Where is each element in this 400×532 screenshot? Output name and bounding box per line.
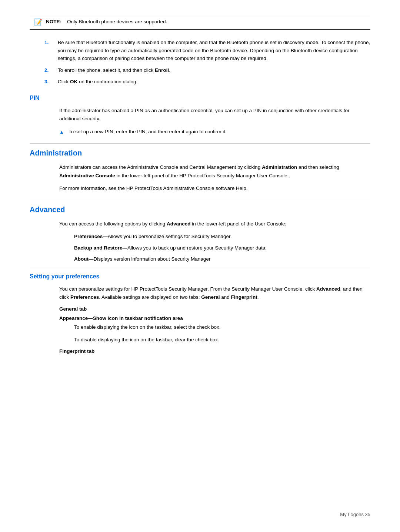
step-2-before: To enroll the phone, select it, and then… — [58, 67, 155, 73]
administration-section: Administration Administrators can access… — [30, 143, 370, 193]
step-3-before: Click — [58, 79, 70, 84]
sp-para1-bold3: General — [201, 294, 220, 300]
admin-para1-after: in the lower-left panel of the HP Protec… — [115, 173, 289, 178]
sp-para1-end: . — [257, 294, 259, 300]
step-3: 3. Click OK on the confirmation dialog. — [44, 78, 370, 86]
appearance-heading: Appearance—Show icon in taskbar notifica… — [30, 315, 370, 321]
sp-para1-and: and — [220, 294, 231, 300]
advanced-bullet-1-bold: Backup and Restore— — [74, 245, 127, 251]
advanced-bullet-0-bold: Preferences— — [74, 234, 108, 239]
setting-preferences-para1: You can personalize settings for HP Prot… — [30, 285, 370, 302]
note-content: NOTE: Only Bluetooth phone devices are s… — [46, 18, 167, 26]
administration-para1: Administrators can access the Administra… — [30, 163, 370, 180]
step-1: 1. Be sure that Bluetooth functionality … — [44, 39, 370, 63]
appearance-para2: To disable displaying the icon on the ta… — [30, 336, 370, 344]
advanced-bullet-2: About—Displays version information about… — [74, 255, 370, 263]
admin-para1-bold2: Administrative Console — [59, 173, 115, 178]
step-1-text: Be sure that Bluetooth functionality is … — [58, 39, 370, 63]
sp-para1-mid2: . Available settings are displayed on tw… — [99, 294, 201, 300]
step-2-after: . — [169, 67, 170, 73]
pin-heading: PIN — [30, 95, 370, 101]
administration-heading: Administration — [30, 143, 370, 157]
step-1-number: 1. — [44, 39, 52, 47]
pin-bullet-text: To set up a new PIN, enter the PIN, and … — [69, 128, 227, 136]
sp-para1-before: You can personalize settings for HP Prot… — [59, 286, 316, 292]
note-text: Only Bluetooth phone devices are support… — [67, 19, 167, 24]
advanced-intro-after: in the lower-left panel of the User Cons… — [190, 221, 286, 227]
admin-para1-mid: and then selecting — [297, 164, 339, 170]
advanced-bullets: Preferences—Allows you to personalize se… — [30, 232, 370, 263]
step-2-bold: Enroll — [155, 67, 169, 73]
pin-section: PIN If the administrator has enabled a P… — [30, 95, 370, 136]
step-3-bold: OK — [70, 79, 77, 84]
advanced-intro-before: You can access the following options by … — [59, 221, 167, 227]
administration-para2: For more information, see the HP Protect… — [30, 184, 370, 193]
footer: My Logons 35 — [340, 512, 370, 517]
sp-para1-bold2: Preferences — [70, 294, 99, 300]
step-2-number: 2. — [44, 66, 52, 74]
note-label: NOTE: — [46, 19, 61, 24]
step-3-content: Click OK on the confirmation dialog. — [58, 78, 137, 86]
step-3-number: 3. — [44, 78, 52, 86]
appearance-para1: To enable displaying the icon on the tas… — [30, 323, 370, 331]
admin-para1-before: Administrators can access the Administra… — [59, 164, 262, 170]
note-box: 📝 NOTE: Only Bluetooth phone devices are… — [30, 15, 370, 30]
sp-para1-bold1: Advanced — [316, 286, 340, 292]
advanced-bullet-2-text: Displays version information about Secur… — [93, 256, 210, 262]
sp-para1-bold4: Fingerprint — [231, 294, 257, 300]
advanced-intro: You can access the following options by … — [30, 220, 370, 228]
numbered-steps: 1. Be sure that Bluetooth functionality … — [30, 39, 370, 86]
setting-preferences-section: Setting your preferences You can persona… — [30, 268, 370, 354]
footer-text: My Logons 35 — [340, 512, 370, 517]
advanced-bullet-1-text: Allows you to back up and restore your S… — [127, 245, 267, 251]
advanced-bullet-1: Backup and Restore—Allows you to back up… — [74, 244, 370, 252]
advanced-section: Advanced You can access the following op… — [30, 200, 370, 263]
advanced-intro-bold: Advanced — [167, 221, 191, 227]
fingerprint-tab-heading: Fingerprint tab — [30, 348, 370, 354]
triangle-icon: ▲ — [59, 128, 64, 136]
general-tab-heading: General tab — [30, 306, 370, 312]
pin-paragraph: If the administrator has enabled a PIN a… — [30, 107, 370, 123]
advanced-bullet-0-text: Allows you to personalize settings for S… — [108, 234, 232, 239]
step-3-after: on the confirmation dialog. — [77, 79, 137, 84]
note-icon: 📝 — [34, 18, 42, 26]
pin-bullet: ▲ To set up a new PIN, enter the PIN, an… — [30, 128, 370, 136]
step-2-content: To enroll the phone, select it, and then… — [58, 66, 170, 74]
advanced-heading: Advanced — [30, 200, 370, 214]
advanced-bullet-2-bold: About— — [74, 256, 93, 262]
advanced-bullet-0: Preferences—Allows you to personalize se… — [74, 232, 370, 241]
admin-para1-bold1: Administration — [262, 164, 297, 170]
step-2: 2. To enroll the phone, select it, and t… — [44, 66, 370, 74]
setting-preferences-heading: Setting your preferences — [30, 268, 370, 280]
